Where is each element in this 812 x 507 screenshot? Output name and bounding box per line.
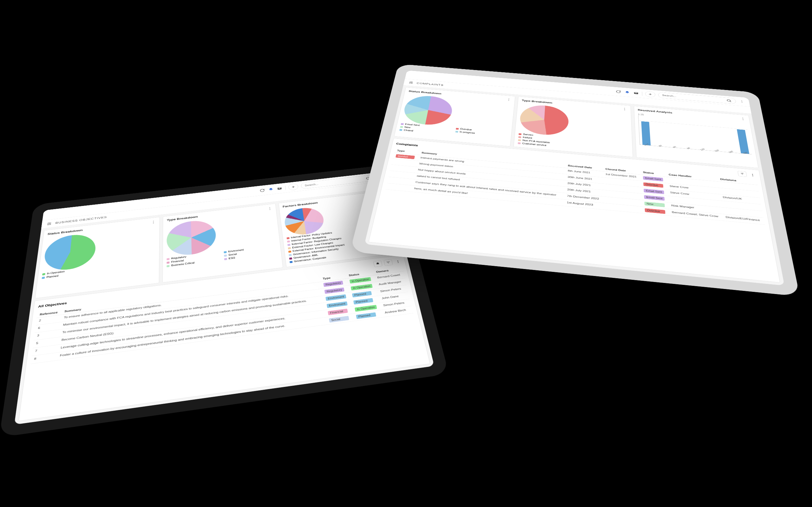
page-title: COMPLAINTS — [416, 82, 444, 87]
bar — [641, 121, 651, 146]
card-resolved-analysis: Resolved Analysis⋮ 1.25 <=73060901201501… — [634, 106, 759, 168]
add-button[interactable] — [645, 91, 656, 98]
card-menu-icon[interactable]: ⋮ — [151, 220, 156, 224]
card-type-breakdown: Type Breakdown⋮ RegulatoryEnviromentFina… — [162, 204, 283, 282]
status-pie — [401, 95, 454, 127]
svg-point-3 — [727, 100, 730, 102]
content: Status Breakdown⋮ Email SentOverdueNewIn… — [364, 85, 784, 285]
bell-icon[interactable] — [624, 90, 630, 94]
card-menu-icon[interactable]: ⋮ — [267, 207, 272, 211]
card-menu-icon[interactable]: ⋮ — [622, 107, 627, 111]
card-menu-icon[interactable]: ⋮ — [740, 117, 746, 121]
card-status-breakdown: Status Breakdown⋮ In OperationPlanned — [35, 217, 160, 298]
search-icon — [726, 99, 732, 102]
bar — [737, 129, 750, 154]
table-title: All Objectives — [38, 301, 67, 308]
type-pie — [519, 104, 569, 136]
table-title: Complaints — [396, 142, 418, 147]
sync-icon[interactable] — [259, 188, 265, 193]
card-menu-icon[interactable]: ⋮ — [394, 259, 402, 264]
card-status-breakdown: Status Breakdown⋮ Email SentOverdueNewIn… — [394, 87, 515, 147]
factors-pie — [283, 206, 326, 236]
more-icon[interactable]: ⋮ — [739, 100, 745, 103]
status-pie — [43, 232, 97, 273]
screen: ⋮ COMPLAINTS Status Breakdown⋮ Email Sen… — [364, 70, 784, 285]
sync-icon[interactable] — [615, 90, 621, 94]
filter-icon[interactable] — [738, 171, 747, 177]
add-button[interactable] — [288, 183, 299, 190]
card-type-breakdown: Type Breakdown⋮ ServiceFailureNon FCA re… — [513, 96, 633, 157]
menu-icon[interactable] — [408, 81, 414, 84]
type-pie — [167, 218, 217, 257]
menu-icon[interactable] — [46, 221, 53, 226]
card-menu-icon[interactable]: ⋮ — [506, 98, 511, 102]
alert-toggle-icon[interactable] — [373, 261, 383, 267]
filter-icon[interactable] — [384, 259, 393, 266]
mail-icon[interactable] — [633, 91, 639, 95]
mail-icon[interactable] — [276, 186, 283, 191]
card-menu-icon[interactable]: ⋮ — [749, 172, 756, 177]
bell-icon[interactable] — [268, 187, 274, 192]
